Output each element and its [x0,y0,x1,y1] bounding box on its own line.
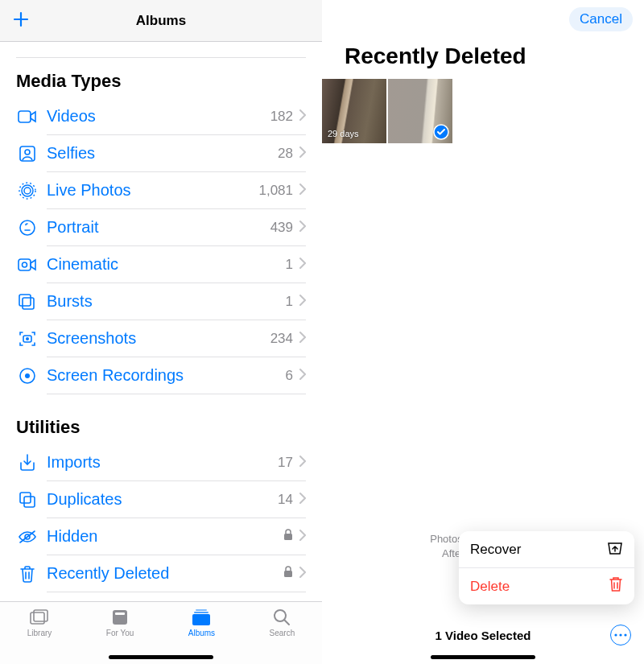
selection-count: 1 Video Selected [436,629,531,642]
row-label: Screenshots [47,329,270,348]
row-count: 14 [278,492,293,508]
albums-icon [192,608,211,626]
ellipsis-icon [614,633,627,637]
plus-icon [11,10,31,29]
bursts-icon [16,294,39,310]
more-button[interactable] [610,625,631,645]
row-recently-deleted[interactable]: Recently Deleted [47,555,306,592]
svg-point-3 [24,188,31,194]
chevron-right-icon [299,109,306,124]
tab-label: Albums [188,629,215,637]
chevron-right-icon [299,567,306,581]
nav-bar: Albums [0,0,322,42]
svg-rect-18 [284,534,292,540]
selfies-icon [16,145,39,163]
svg-rect-15 [20,493,31,503]
delete-button[interactable]: Delete [459,567,634,604]
media-types-heading: Media Types [16,58,306,98]
row-cinematic[interactable]: Cinematic1 [47,246,306,283]
home-indicator [431,655,535,659]
row-label: Portrait [47,218,270,237]
row-screenshots[interactable]: Screenshots234 [47,320,306,357]
duplicates-icon [16,491,39,509]
svg-rect-0 [19,111,31,122]
svg-rect-9 [19,295,31,306]
svg-point-6 [20,221,35,235]
row-label: Selfies [47,144,278,163]
trash-icon [609,576,623,596]
chevron-right-icon [299,221,306,235]
section-divider [16,42,306,58]
chevron-right-icon [299,530,306,544]
row-count: 182 [270,109,293,125]
days-remaining-badge: 29 days [328,129,359,138]
row-label: Live Photos [47,181,258,200]
svg-point-29 [614,633,617,636]
svg-point-31 [624,633,626,636]
svg-rect-16 [24,497,35,507]
recover-icon [607,539,623,559]
row-label: Duplicates [47,490,278,509]
chevron-right-icon [299,184,306,198]
row-label: Recently Deleted [47,564,283,583]
imports-icon [16,454,39,472]
row-count: 17 [278,455,293,471]
row-imports[interactable]: Imports17 [47,444,306,481]
hidden-icon [16,530,39,544]
svg-rect-21 [34,610,47,621]
svg-rect-24 [196,609,207,611]
row-count: 28 [278,146,293,162]
thumbnail[interactable]: 29 days [322,79,386,143]
add-button[interactable] [11,10,31,32]
bottom-toolbar: 1 Video Selected [322,606,644,664]
row-count: 439 [270,220,293,236]
svg-point-8 [23,262,27,267]
right-top-bar: Cancel [322,0,644,39]
selected-checkmark-icon [433,124,449,140]
svg-rect-25 [194,612,208,613]
utilities-heading: Utilities [16,394,306,444]
tab-label: For You [106,629,134,637]
svg-point-30 [619,633,621,636]
row-label: Bursts [47,292,286,311]
recover-button[interactable]: Recover [459,531,634,567]
tab-albums[interactable]: Albums [188,608,215,637]
live-photos-icon [16,182,39,200]
row-count: 6 [286,368,293,384]
row-count: 234 [270,331,293,347]
row-bursts[interactable]: Bursts1 [47,283,306,320]
action-sheet: Recover Delete [459,531,634,604]
svg-rect-10 [23,298,34,309]
row-label: Cinematic [47,255,286,274]
svg-rect-19 [284,571,292,577]
row-selfies[interactable]: Selfies28 [47,135,306,172]
row-hidden[interactable]: Hidden [47,518,306,555]
cancel-button[interactable]: Cancel [569,7,633,31]
row-duplicates[interactable]: Duplicates14 [47,481,306,518]
thumbnail[interactable] [388,79,452,143]
svg-rect-1 [20,146,35,161]
row-portrait[interactable]: Portrait439 [47,209,306,246]
row-label: Imports [47,453,278,472]
sheet-item-label: Recover [470,542,521,558]
tab-search[interactable]: Search [270,608,295,637]
svg-point-12 [26,337,29,340]
for-you-icon [111,608,129,626]
svg-point-2 [25,150,30,155]
chevron-right-icon [299,369,306,383]
tab-bar: Library For You Albums Search [0,601,322,664]
tab-library[interactable]: Library [27,608,52,637]
row-videos[interactable]: Videos182 [47,98,306,135]
sheet-item-label: Delete [470,579,510,595]
tab-label: Library [27,629,52,637]
row-live-photos[interactable]: Live Photos1,081 [47,172,306,209]
tab-label: Search [270,629,295,637]
lock-icon [283,566,293,581]
row-screen-recordings[interactable]: Screen Recordings6 [47,357,306,394]
content-scroll[interactable]: Media Types Videos182 Selfies28 Live Pho… [0,42,322,601]
row-count: 1 [286,294,293,310]
svg-rect-22 [113,610,127,625]
library-icon [29,608,50,626]
thumbnail-grid: 29 days [322,79,644,143]
tab-for-you[interactable]: For You [106,608,134,637]
